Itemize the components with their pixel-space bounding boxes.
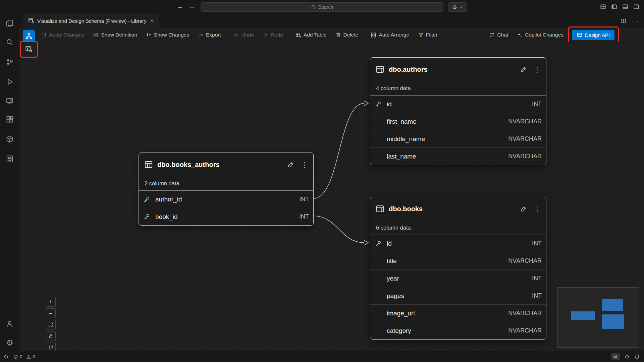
zoom-in-button[interactable]: + [46, 297, 56, 307]
design-api-button[interactable]: Design API [572, 30, 614, 40]
tab-title: Visualize and Design Schema (Preview) - … [37, 18, 147, 24]
apply-changes-button[interactable]: Apply Changes [41, 32, 84, 38]
toggle-sidebar-left-icon[interactable] [611, 4, 617, 10]
edit-table-icon[interactable] [520, 66, 527, 73]
redo-button[interactable]: Redo [263, 32, 283, 38]
table-row[interactable]: book_id INT [139, 208, 313, 225]
undo-button[interactable]: Undo [233, 32, 254, 38]
more-actions-icon[interactable]: ··· [632, 18, 639, 24]
filter-button[interactable]: Filter [418, 32, 437, 38]
fit-view-button[interactable] [46, 320, 56, 329]
table-row[interactable]: image_url NVARCHAR [370, 304, 546, 322]
close-icon[interactable]: × [150, 17, 154, 24]
account-icon [6, 320, 14, 328]
database-cube-icon [6, 135, 14, 143]
zoom-out-button[interactable]: − [46, 308, 56, 318]
problems-errors[interactable]: 0 [13, 354, 22, 359]
copilot-menu-button[interactable] [448, 2, 467, 12]
notifications-button[interactable] [634, 354, 640, 360]
split-editor-icon[interactable] [621, 18, 626, 24]
table-row[interactable]: id INT [370, 96, 546, 113]
table-row[interactable]: year INT [370, 269, 546, 287]
table-row[interactable]: pages INT [370, 287, 546, 304]
copilot-status-button[interactable] [624, 354, 630, 360]
run-debug-icon [6, 78, 14, 86]
settings-button[interactable]: ⚙ [4, 337, 15, 349]
table-icon [144, 160, 153, 169]
table-node-authors[interactable]: dbo.authors ⋮ 4 column data id INT first… [370, 57, 546, 165]
sidebar-item-database-projects[interactable] [4, 153, 15, 165]
source-control-icon [6, 58, 14, 66]
command-center-search[interactable]: Search [201, 2, 443, 12]
minimap-node-books [602, 314, 624, 329]
table-settings-view-button[interactable] [23, 44, 35, 55]
sidebar-item-remote-explorer[interactable] [4, 95, 15, 107]
relationship-edges [19, 42, 644, 351]
table-row[interactable]: category NVARCHAR [370, 322, 546, 339]
minus-icon: − [49, 310, 53, 316]
table-node-books-authors[interactable]: dbo.books_authors ⋮ 2 column data author… [139, 153, 314, 226]
back-arrow-icon[interactable]: ← [177, 3, 183, 10]
export-icon [198, 32, 204, 38]
toolbar-separator [365, 32, 365, 38]
copilot-changes-button[interactable]: Copilot Changes [517, 32, 564, 38]
table-menu-icon[interactable]: ⋮ [534, 205, 541, 213]
show-changes-icon [146, 32, 152, 38]
table-node-books[interactable]: dbo.books ⋮ 6 column data id INT title N… [370, 197, 546, 340]
problems-warnings[interactable]: ⚠ 0 [26, 354, 35, 359]
arrowhead-icon [364, 101, 368, 106]
trash-icon [335, 32, 341, 38]
table-row[interactable]: id INT [370, 235, 546, 252]
tab-visualize-design-schema[interactable]: Visualize and Design Schema (Preview) - … [23, 13, 159, 28]
edit-table-icon[interactable] [520, 205, 527, 213]
edit-table-icon[interactable] [287, 161, 294, 168]
database-projects-icon [6, 155, 14, 163]
zoom-in-icon [613, 354, 618, 359]
schema-designer-toolbar: Apply Changes Show Definition Show Chang… [41, 28, 644, 42]
show-changes-button[interactable]: Show Changes [146, 32, 189, 38]
chat-button[interactable]: Chat [489, 32, 508, 38]
auto-arrange-button[interactable]: Auto Arrange [371, 32, 409, 38]
zoom-status-button[interactable] [611, 353, 620, 360]
minimap-node-authors [602, 299, 623, 311]
arrowhead-icon [364, 240, 368, 245]
table-row[interactable]: author_id INT [139, 191, 313, 208]
schema-designer-view-button[interactable] [23, 30, 35, 42]
table-row[interactable]: title NVARCHAR [370, 252, 546, 269]
warning-icon: ⚠ [26, 354, 31, 359]
search-icon [6, 38, 14, 46]
toolbar-separator [228, 32, 228, 38]
sidebar-item-search[interactable] [4, 37, 15, 48]
tab-bar: Visualize and Design Schema (Preview) - … [19, 13, 644, 28]
sidebar-item-source-control[interactable] [4, 56, 15, 68]
remote-indicator-button[interactable] [3, 354, 9, 360]
export-button[interactable]: Export [198, 32, 221, 38]
delete-button[interactable]: Delete [335, 32, 359, 38]
table-row[interactable]: last_name NVARCHAR [370, 147, 546, 165]
key-icon [375, 240, 387, 247]
schema-designer-tab-icon [28, 18, 34, 24]
edge-books-authors-to-authors [313, 103, 364, 199]
table-row[interactable]: middle_name NVARCHAR [370, 130, 546, 147]
show-definition-button[interactable]: Show Definition [93, 32, 137, 38]
sidebar-item-run-debug[interactable] [4, 76, 15, 87]
sidebar-item-extensions[interactable] [4, 114, 15, 125]
column-count-label: 4 column data [370, 81, 546, 96]
table-menu-icon[interactable]: ⋮ [301, 161, 308, 168]
forward-arrow-icon[interactable]: → [189, 3, 195, 10]
table-row[interactable]: first_name NVARCHAR [370, 113, 546, 130]
sidebar-item-explorer[interactable] [4, 17, 15, 29]
schema-canvas[interactable]: dbo.books_authors ⋮ 2 column data author… [19, 42, 644, 351]
lock-button[interactable] [46, 331, 56, 341]
sidebar-item-database[interactable] [4, 133, 15, 145]
account-button[interactable] [4, 318, 15, 329]
add-table-button[interactable]: Add Table [296, 32, 327, 38]
customize-layout-icon[interactable] [600, 4, 606, 10]
minimap[interactable] [557, 287, 639, 348]
error-icon [13, 354, 18, 359]
toggle-sidebar-right-icon[interactable] [633, 4, 639, 10]
toggle-panel-icon[interactable] [622, 4, 628, 10]
undo-icon [233, 32, 239, 38]
activity-bar: ⚙ [0, 13, 20, 351]
table-menu-icon[interactable]: ⋮ [534, 66, 541, 73]
